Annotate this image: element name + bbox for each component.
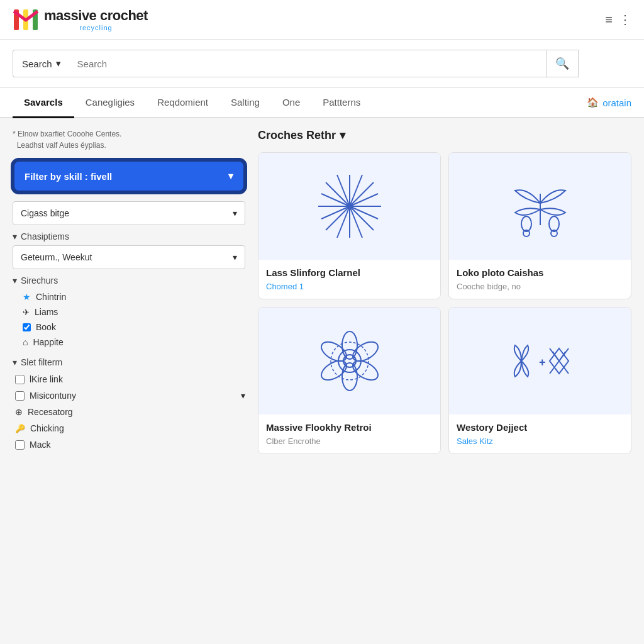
list-item[interactable]: Mack <box>15 436 245 453</box>
sirechurs-item-2: Book <box>36 322 56 332</box>
slet-item-2: Recesatorg <box>28 407 73 417</box>
filter-skill-label: Filter by skill : fivell <box>25 171 112 182</box>
sirechurs-list: ★ Chintrin ✈ Liams Book ⌂ Happite <box>13 289 245 350</box>
product-card-1[interactable]: Loko ploto Caishas Cooche bidge, no <box>448 152 631 299</box>
sirechurs-label: Sirechurs <box>21 275 58 286</box>
product-image-3: + <box>449 308 631 414</box>
list-item[interactable]: Book <box>23 319 245 335</box>
product-image-0 <box>258 153 440 260</box>
list-item: ✈ Liams <box>23 304 245 319</box>
dots-icon-button[interactable]: ⋮ <box>619 12 631 27</box>
slet-list: lKire link Misicontuny ▾ ⊕ Recesatorg 🔑 … <box>13 371 245 453</box>
chevron-down-slet-icon: ▾ <box>13 357 17 367</box>
main-content: * Elnow bxarfiet Cooohe Centes. Leadhst … <box>0 118 644 468</box>
product-card-body-3: Westory Dejject Sales Kitz <box>449 414 631 453</box>
product-card-0[interactable]: Lass Slinforg Clarnel Chomed 1 <box>258 152 441 299</box>
butterfly-pattern <box>502 169 578 244</box>
misicontuny-checkbox[interactable] <box>15 391 25 401</box>
search-dropdown-label: Search <box>22 58 52 69</box>
product-card-body-1: Loko ploto Caishas Cooche bidge, no <box>449 260 631 299</box>
tab-salting[interactable]: Salting <box>219 88 271 118</box>
logo-icon <box>13 6 39 33</box>
tab-one[interactable]: One <box>271 88 311 118</box>
product-card-2[interactable]: Massive Flookhy Retroi Clber Encrothe <box>258 307 441 454</box>
list-item[interactable]: lKire link <box>15 371 245 387</box>
product-subtitle-3: Sales Kitz <box>457 436 623 446</box>
search-input-wrap: 🔍 <box>70 50 579 77</box>
product-subtitle-0: Chomed 1 <box>266 282 433 291</box>
logo-subtitle: recycling <box>44 24 148 31</box>
book-checkbox[interactable] <box>23 323 31 331</box>
chevron-down-sirechurs-icon: ▾ <box>13 275 17 286</box>
flag-icon: ✈ <box>23 308 30 317</box>
filter-skill-chevron: ▾ <box>228 170 233 182</box>
slet-item-1: Misicontuny <box>30 391 76 401</box>
home-icon: ⌂ <box>23 337 28 347</box>
tab-canegligies[interactable]: Canegligies <box>74 88 146 118</box>
sirechurs-item-0: Chintrin <box>36 292 66 302</box>
search-bar-inner: Search ▾ 🔍 <box>13 50 579 77</box>
ikire-link-checkbox[interactable] <box>15 375 25 384</box>
sidebar-category-chevron: ▾ <box>233 208 237 218</box>
product-card-body-2: Massive Flookhy Retroi Clber Encrothe <box>258 414 440 453</box>
header-icons: ≡ ⋮ <box>605 12 631 27</box>
list-item: ★ Chintrin <box>23 289 245 304</box>
products-area: Croches Rethr ▾ <box>258 128 631 458</box>
chasiptiems-dropdown[interactable]: Geteurm., Weekut ▾ <box>13 245 245 269</box>
svg-point-25 <box>343 355 356 367</box>
tab-reqdomient[interactable]: Reqdomient <box>146 88 219 118</box>
products-header[interactable]: Croches Rethr ▾ <box>258 128 631 142</box>
search-button[interactable]: 🔍 <box>546 50 578 77</box>
sidebar-category-label: Cigass bitge <box>21 208 69 218</box>
slet-item-0: lKire link <box>30 374 63 384</box>
header: massive crochet recycling ≡ ⋮ <box>0 0 644 40</box>
product-card-body-0: Lass Slinforg Clarnel Chomed 1 <box>258 260 440 299</box>
section-chasiptiems-header[interactable]: ▾ Chasiptiems <box>13 231 245 242</box>
svg-point-12 <box>348 204 352 208</box>
nav-tabs: Savarcls Canegligies Reqdomient Salting … <box>0 88 644 118</box>
slet-item-3: Chicking <box>30 423 64 433</box>
product-title-0: Lass Slinforg Clarnel <box>266 267 433 278</box>
svg-point-19 <box>349 338 380 365</box>
chasiptiems-chevron: ▾ <box>233 252 237 262</box>
product-subtitle-1: Cooche bidge, no <box>457 282 623 291</box>
star-icon: ★ <box>23 292 31 302</box>
products-chevron-icon: ▾ <box>340 128 345 142</box>
section-sirechurs-header[interactable]: ▾ Sirechurs <box>13 275 245 286</box>
tab-savarcls[interactable]: Savarcls <box>13 88 74 118</box>
filter-skill-button[interactable]: Filter by skill : fivell ▾ <box>13 160 245 192</box>
list-item: 🔑 Chicking <box>15 420 245 436</box>
list-item: Misicontuny ▾ <box>15 387 245 404</box>
misicontuny-row: Misicontuny ▾ <box>15 391 245 401</box>
sidebar-category-dropdown[interactable]: Cigass bitge ▾ <box>13 201 245 225</box>
menu-icon-button[interactable]: ≡ <box>605 13 613 27</box>
section-slet-header[interactable]: ▾ Slet filterm <box>13 357 245 367</box>
user-nav-tab[interactable]: 🏠 oratain <box>587 88 631 117</box>
logo-text: massive crochet recycling <box>44 8 148 31</box>
search-icon: 🔍 <box>555 57 569 70</box>
starburst-pattern <box>312 169 387 244</box>
product-title-1: Loko ploto Caishas <box>457 267 623 278</box>
chevron-down-icon: ▾ <box>13 231 17 242</box>
sidebar: * Elnow bxarfiet Cooohe Centes. Leadhst … <box>13 128 245 458</box>
slet-item-4: Mack <box>30 440 50 450</box>
flower-pattern <box>312 323 387 399</box>
product-card-3[interactable]: + Westory Dejject Sales Kitz <box>448 307 631 454</box>
chasiptiems-label: Chasiptiems <box>21 231 69 242</box>
sirechurs-item-3: Happite <box>33 337 63 347</box>
search-dropdown-chevron: ▾ <box>56 58 61 69</box>
list-item: ⊕ Recesatorg <box>15 404 245 420</box>
product-title-2: Massive Flookhy Retroi <box>266 422 433 433</box>
search-category-dropdown[interactable]: Search ▾ <box>13 50 70 77</box>
diamond-cross-pattern: + <box>502 323 578 399</box>
misicontuny-chevron-icon: ▾ <box>241 391 245 401</box>
svg-point-22 <box>318 357 349 384</box>
product-subtitle-2: Clber Encrothe <box>266 436 433 446</box>
search-input[interactable] <box>70 50 546 77</box>
mack-checkbox[interactable] <box>15 440 25 450</box>
svg-point-20 <box>349 357 380 384</box>
tab-pattterns[interactable]: Pattterns <box>311 88 372 118</box>
logo-title: massive crochet <box>44 8 148 24</box>
products-title: Croches Rethr <box>258 129 336 142</box>
key-icon: 🔑 <box>15 424 25 433</box>
